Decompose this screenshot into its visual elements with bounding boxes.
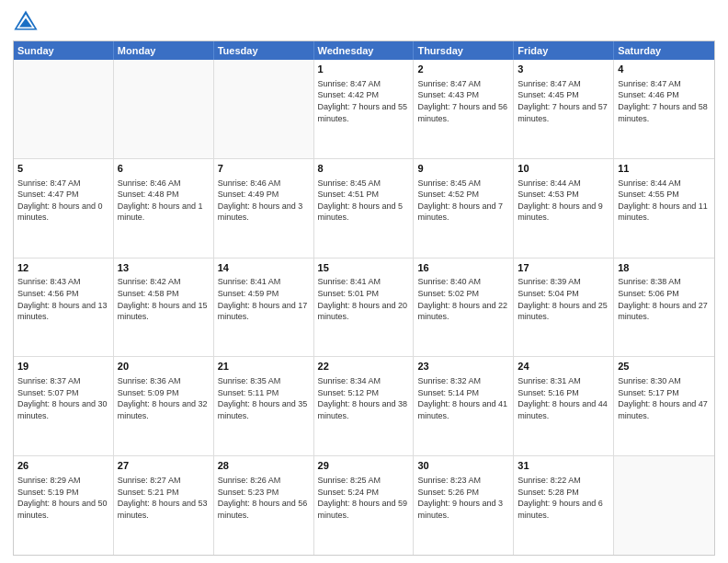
day-cell-6: 6Sunrise: 8:46 AM Sunset: 4:48 PM Daylig… <box>114 159 214 258</box>
day-cell-13: 13Sunrise: 8:42 AM Sunset: 4:58 PM Dayli… <box>114 259 214 357</box>
cell-info: Sunrise: 8:29 AM Sunset: 5:19 PM Dayligh… <box>17 475 109 521</box>
day-cell-20: 20Sunrise: 8:36 AM Sunset: 5:09 PM Dayli… <box>114 357 214 455</box>
day-cell-30: 30Sunrise: 8:23 AM Sunset: 5:26 PM Dayli… <box>414 456 514 555</box>
logo <box>13 9 42 35</box>
day-cell-3: 3Sunrise: 8:47 AM Sunset: 4:45 PM Daylig… <box>514 60 614 158</box>
day-number: 22 <box>318 360 410 373</box>
day-number: 24 <box>518 360 609 373</box>
cell-info: Sunrise: 8:35 AM Sunset: 5:11 PM Dayligh… <box>218 375 310 421</box>
day-cell-8: 8Sunrise: 8:45 AM Sunset: 4:51 PM Daylig… <box>314 159 415 258</box>
cell-info: Sunrise: 8:38 AM Sunset: 5:06 PM Dayligh… <box>618 276 711 322</box>
cell-info: Sunrise: 8:44 AM Sunset: 4:55 PM Dayligh… <box>618 178 711 224</box>
calendar-week-4: 19Sunrise: 8:37 AM Sunset: 5:07 PM Dayli… <box>14 357 714 456</box>
cell-info: Sunrise: 8:36 AM Sunset: 5:09 PM Dayligh… <box>118 375 210 421</box>
day-cell-24: 24Sunrise: 8:31 AM Sunset: 5:16 PM Dayli… <box>514 357 614 455</box>
day-number: 2 <box>417 63 509 76</box>
day-cell-4: 4Sunrise: 8:47 AM Sunset: 4:46 PM Daylig… <box>614 60 714 158</box>
cell-info: Sunrise: 8:45 AM Sunset: 4:51 PM Dayligh… <box>318 178 410 224</box>
cell-info: Sunrise: 8:26 AM Sunset: 5:23 PM Dayligh… <box>218 475 310 521</box>
day-number: 30 <box>417 459 509 473</box>
calendar-week-2: 5Sunrise: 8:47 AM Sunset: 4:47 PM Daylig… <box>14 159 714 259</box>
header-day-sunday: Sunday <box>14 41 114 60</box>
day-number: 3 <box>518 63 609 76</box>
day-cell-22: 22Sunrise: 8:34 AM Sunset: 5:12 PM Dayli… <box>314 357 415 455</box>
cell-info: Sunrise: 8:47 AM Sunset: 4:45 PM Dayligh… <box>518 78 609 124</box>
empty-cell <box>114 60 214 158</box>
header <box>13 9 715 35</box>
day-number: 20 <box>118 360 210 373</box>
day-number: 11 <box>618 162 711 176</box>
day-number: 16 <box>417 261 509 275</box>
cell-info: Sunrise: 8:41 AM Sunset: 5:01 PM Dayligh… <box>318 276 410 322</box>
day-cell-14: 14Sunrise: 8:41 AM Sunset: 4:59 PM Dayli… <box>214 259 314 357</box>
page: SundayMondayTuesdayWednesdayThursdayFrid… <box>0 0 728 563</box>
day-number: 9 <box>417 162 509 176</box>
calendar-header: SundayMondayTuesdayWednesdayThursdayFrid… <box>14 41 714 60</box>
cell-info: Sunrise: 8:42 AM Sunset: 4:58 PM Dayligh… <box>118 276 210 322</box>
day-number: 26 <box>17 459 109 473</box>
empty-cell <box>614 456 714 555</box>
calendar: SundayMondayTuesdayWednesdayThursdayFrid… <box>13 40 715 556</box>
header-day-tuesday: Tuesday <box>214 41 314 60</box>
cell-info: Sunrise: 8:32 AM Sunset: 5:14 PM Dayligh… <box>417 375 509 421</box>
header-day-monday: Monday <box>114 41 214 60</box>
cell-info: Sunrise: 8:37 AM Sunset: 5:07 PM Dayligh… <box>17 375 109 421</box>
calendar-week-5: 26Sunrise: 8:29 AM Sunset: 5:19 PM Dayli… <box>14 456 714 555</box>
cell-info: Sunrise: 8:47 AM Sunset: 4:42 PM Dayligh… <box>318 78 410 124</box>
cell-info: Sunrise: 8:40 AM Sunset: 5:02 PM Dayligh… <box>417 276 509 322</box>
header-day-thursday: Thursday <box>414 41 514 60</box>
logo-icon <box>13 9 39 35</box>
cell-info: Sunrise: 8:46 AM Sunset: 4:49 PM Dayligh… <box>218 178 310 224</box>
cell-info: Sunrise: 8:46 AM Sunset: 4:48 PM Dayligh… <box>118 178 210 224</box>
header-day-saturday: Saturday <box>614 41 714 60</box>
day-cell-16: 16Sunrise: 8:40 AM Sunset: 5:02 PM Dayli… <box>414 259 514 357</box>
day-number: 17 <box>518 261 609 275</box>
cell-info: Sunrise: 8:41 AM Sunset: 4:59 PM Dayligh… <box>218 276 310 322</box>
day-cell-19: 19Sunrise: 8:37 AM Sunset: 5:07 PM Dayli… <box>14 357 114 455</box>
cell-info: Sunrise: 8:43 AM Sunset: 4:56 PM Dayligh… <box>17 276 109 322</box>
calendar-week-1: 1Sunrise: 8:47 AM Sunset: 4:42 PM Daylig… <box>14 60 714 159</box>
day-number: 31 <box>518 459 609 473</box>
empty-cell <box>214 60 314 158</box>
day-cell-27: 27Sunrise: 8:27 AM Sunset: 5:21 PM Dayli… <box>114 456 214 555</box>
day-cell-2: 2Sunrise: 8:47 AM Sunset: 4:43 PM Daylig… <box>414 60 514 158</box>
day-cell-21: 21Sunrise: 8:35 AM Sunset: 5:11 PM Dayli… <box>214 357 314 455</box>
day-number: 14 <box>218 261 310 275</box>
day-number: 5 <box>17 162 109 176</box>
day-cell-10: 10Sunrise: 8:44 AM Sunset: 4:53 PM Dayli… <box>514 159 614 258</box>
day-cell-9: 9Sunrise: 8:45 AM Sunset: 4:52 PM Daylig… <box>414 159 514 258</box>
cell-info: Sunrise: 8:45 AM Sunset: 4:52 PM Dayligh… <box>417 178 509 224</box>
day-number: 18 <box>618 261 711 275</box>
day-number: 15 <box>318 261 410 275</box>
day-cell-1: 1Sunrise: 8:47 AM Sunset: 4:42 PM Daylig… <box>314 60 415 158</box>
cell-info: Sunrise: 8:47 AM Sunset: 4:43 PM Dayligh… <box>417 78 509 124</box>
day-cell-29: 29Sunrise: 8:25 AM Sunset: 5:24 PM Dayli… <box>314 456 415 555</box>
cell-info: Sunrise: 8:39 AM Sunset: 5:04 PM Dayligh… <box>518 276 609 322</box>
day-number: 29 <box>318 459 410 473</box>
day-cell-7: 7Sunrise: 8:46 AM Sunset: 4:49 PM Daylig… <box>214 159 314 258</box>
day-number: 28 <box>218 459 310 473</box>
day-cell-31: 31Sunrise: 8:22 AM Sunset: 5:28 PM Dayli… <box>514 456 614 555</box>
day-cell-11: 11Sunrise: 8:44 AM Sunset: 4:55 PM Dayli… <box>614 159 714 258</box>
day-cell-23: 23Sunrise: 8:32 AM Sunset: 5:14 PM Dayli… <box>414 357 514 455</box>
day-number: 10 <box>518 162 609 176</box>
day-cell-28: 28Sunrise: 8:26 AM Sunset: 5:23 PM Dayli… <box>214 456 314 555</box>
cell-info: Sunrise: 8:47 AM Sunset: 4:46 PM Dayligh… <box>618 78 711 124</box>
empty-cell <box>14 60 114 158</box>
header-day-wednesday: Wednesday <box>314 41 415 60</box>
day-number: 1 <box>318 63 410 76</box>
day-number: 13 <box>118 261 210 275</box>
day-cell-12: 12Sunrise: 8:43 AM Sunset: 4:56 PM Dayli… <box>14 259 114 357</box>
header-day-friday: Friday <box>514 41 614 60</box>
cell-info: Sunrise: 8:25 AM Sunset: 5:24 PM Dayligh… <box>318 475 410 521</box>
day-number: 27 <box>118 459 210 473</box>
day-number: 6 <box>118 162 210 176</box>
cell-info: Sunrise: 8:44 AM Sunset: 4:53 PM Dayligh… <box>518 178 609 224</box>
cell-info: Sunrise: 8:30 AM Sunset: 5:17 PM Dayligh… <box>618 375 711 421</box>
cell-info: Sunrise: 8:31 AM Sunset: 5:16 PM Dayligh… <box>518 375 609 421</box>
day-number: 19 <box>17 360 109 373</box>
calendar-week-3: 12Sunrise: 8:43 AM Sunset: 4:56 PM Dayli… <box>14 259 714 358</box>
day-number: 12 <box>17 261 109 275</box>
day-number: 4 <box>618 63 711 76</box>
cell-info: Sunrise: 8:34 AM Sunset: 5:12 PM Dayligh… <box>318 375 410 421</box>
